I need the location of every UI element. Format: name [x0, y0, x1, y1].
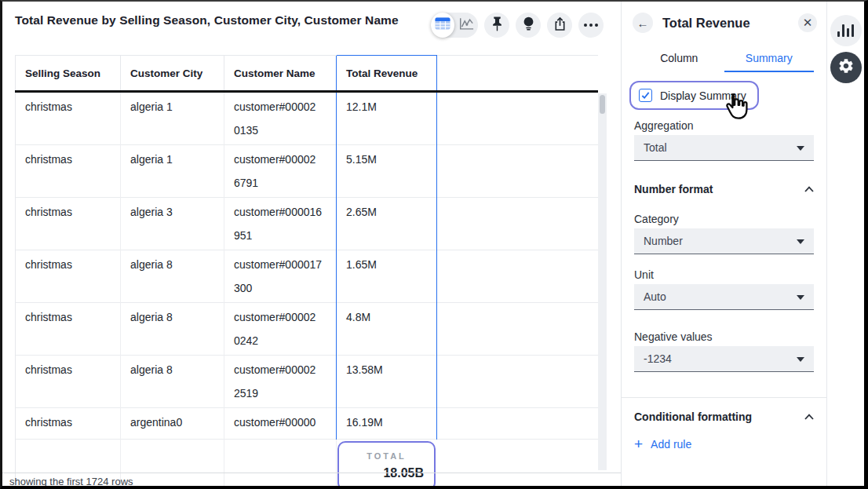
- gear-icon: [837, 57, 855, 78]
- cell-empty: [121, 440, 224, 489]
- cell-total-revenue[interactable]: 12.1M: [337, 92, 437, 145]
- chevron-down-icon: [797, 357, 804, 362]
- display-summary-toggle[interactable]: Display Summary: [629, 81, 759, 110]
- cell-empty: [437, 303, 598, 356]
- cell-empty: [437, 250, 598, 303]
- table-scrollbar[interactable]: [598, 93, 607, 470]
- category-value: Number: [644, 235, 683, 247]
- cell-customer-city[interactable]: algeria 8: [121, 356, 224, 408]
- number-format-title: Number format: [634, 183, 713, 195]
- insights-button[interactable]: [516, 13, 541, 38]
- cell-total-revenue[interactable]: 16.19M: [337, 408, 437, 440]
- back-arrow-icon: ←: [637, 16, 649, 30]
- cell-customer-name[interactable]: customer#000016 951: [224, 198, 337, 250]
- table-row: christmas algeria 8 customer#000017 300 …: [16, 250, 598, 303]
- tab-column[interactable]: Column: [634, 47, 724, 72]
- tab-summary[interactable]: Summary: [724, 47, 815, 72]
- column-header-total-revenue-selected[interactable]: Total Revenue: [337, 56, 437, 92]
- unit-value: Auto: [644, 290, 666, 303]
- aggregation-value: Total: [644, 141, 667, 154]
- cell-customer-name[interactable]: customer#00000: [224, 408, 337, 440]
- table-row: christmas algeria 8 customer#00002 0242 …: [16, 303, 598, 356]
- cell-selling-season[interactable]: christmas: [16, 408, 121, 440]
- cell-total-revenue[interactable]: 2.65M: [337, 198, 437, 250]
- chevron-up-icon: [804, 414, 814, 420]
- cell-selling-season[interactable]: christmas: [16, 145, 121, 198]
- cell-customer-name[interactable]: customer#00002 2519: [224, 356, 337, 408]
- cell-selling-season[interactable]: christmas: [16, 250, 121, 303]
- chevron-down-icon: [797, 239, 804, 244]
- add-rule-label: Add rule: [651, 438, 691, 451]
- cell-total-revenue[interactable]: 1.65M: [337, 250, 437, 303]
- cell-customer-city[interactable]: algeria 3: [121, 198, 224, 250]
- conditional-formatting-section-header[interactable]: Conditional formatting: [634, 411, 814, 423]
- total-value: 18.05B: [339, 466, 434, 480]
- footer-divider: [2, 473, 621, 473]
- answer-area: Total Revenue by Selling Season, Custome…: [2, 2, 621, 486]
- cell-selling-season[interactable]: christmas: [16, 303, 121, 356]
- cell-selling-season[interactable]: christmas: [16, 356, 121, 408]
- add-rule-button[interactable]: + Add rule: [634, 438, 691, 451]
- cell-customer-city[interactable]: argentina0: [121, 408, 224, 440]
- cell-customer-name[interactable]: customer#00002 6791: [224, 145, 337, 198]
- table-row: christmas algeria 3 customer#000016 951 …: [16, 198, 598, 250]
- column-header-customer-city[interactable]: Customer City: [121, 56, 224, 92]
- scrollbar-thumb[interactable]: [600, 95, 605, 114]
- cell-empty: [437, 145, 598, 198]
- close-panel-button[interactable]: ✕: [798, 13, 817, 32]
- chevron-down-icon: [797, 146, 804, 151]
- cell-total-revenue[interactable]: 4.8M: [337, 303, 437, 356]
- chart-config-button[interactable]: [830, 15, 862, 46]
- cell-empty: [437, 408, 598, 440]
- aggregation-select[interactable]: Total: [634, 135, 814, 161]
- side-toolbar: [826, 2, 864, 486]
- category-label: Category: [634, 213, 679, 225]
- cell-selling-season[interactable]: christmas: [16, 198, 121, 250]
- answer-title: Total Revenue by Selling Season, Custome…: [15, 13, 427, 27]
- chevron-down-icon: [797, 295, 804, 300]
- conditional-formatting-title: Conditional formatting: [634, 411, 752, 423]
- cell-customer-city[interactable]: algeria 1: [121, 145, 224, 198]
- category-select[interactable]: Number: [634, 228, 814, 254]
- cell-customer-city[interactable]: algeria 1: [121, 92, 224, 145]
- settings-button[interactable]: [830, 52, 862, 83]
- cell-selling-season[interactable]: christmas: [16, 92, 121, 145]
- table-view-button[interactable]: [431, 13, 454, 38]
- chevron-up-icon: [804, 186, 814, 192]
- table-row: christmas algeria 1 customer#00002 0135 …: [16, 92, 598, 145]
- aggregation-label: Aggregation: [634, 119, 694, 132]
- view-toggle: [431, 13, 478, 38]
- chart-view-icon: [458, 17, 474, 34]
- cell-total-revenue[interactable]: 5.15M: [337, 145, 437, 198]
- table-row: christmas algeria 1 customer#00002 6791 …: [16, 145, 598, 198]
- lightbulb-icon: [523, 16, 534, 35]
- column-header-empty: [437, 56, 598, 92]
- display-summary-checkbox[interactable]: [639, 89, 652, 102]
- pin-button[interactable]: [484, 13, 509, 38]
- cell-customer-name[interactable]: customer#000017 300: [224, 250, 337, 303]
- plus-icon: +: [634, 438, 643, 451]
- table-row: christmas algeria 8 customer#00002 2519 …: [16, 356, 598, 408]
- chart-view-button[interactable]: [454, 13, 478, 38]
- number-format-section-header[interactable]: Number format: [634, 183, 814, 195]
- back-button[interactable]: ←: [633, 13, 653, 33]
- column-header-selling-season[interactable]: Selling Season: [16, 56, 121, 92]
- cell-customer-name[interactable]: customer#00002 0135: [224, 92, 337, 145]
- total-summary-box: TOTAL 18.05B: [337, 441, 436, 489]
- cell-total-revenue[interactable]: 13.58M: [337, 356, 437, 408]
- answer-toolbar: [431, 13, 604, 38]
- section-divider: [622, 397, 826, 398]
- negative-values-select[interactable]: -1234: [634, 346, 814, 372]
- cell-customer-name[interactable]: customer#00002 0242: [224, 303, 337, 356]
- unit-label: Unit: [634, 268, 654, 281]
- share-button[interactable]: [547, 13, 572, 38]
- unit-select[interactable]: Auto: [634, 284, 814, 310]
- summary-cell: TOTAL 18.05B: [337, 440, 437, 489]
- column-header-customer-name[interactable]: Customer Name: [224, 56, 337, 92]
- bar-chart-icon: [837, 24, 855, 37]
- negative-values-label: Negative values: [634, 330, 713, 343]
- cell-customer-city[interactable]: algeria 8: [121, 250, 224, 303]
- more-options-button[interactable]: [578, 13, 604, 38]
- cell-customer-city[interactable]: algeria 8: [121, 303, 224, 356]
- share-icon: [553, 16, 567, 35]
